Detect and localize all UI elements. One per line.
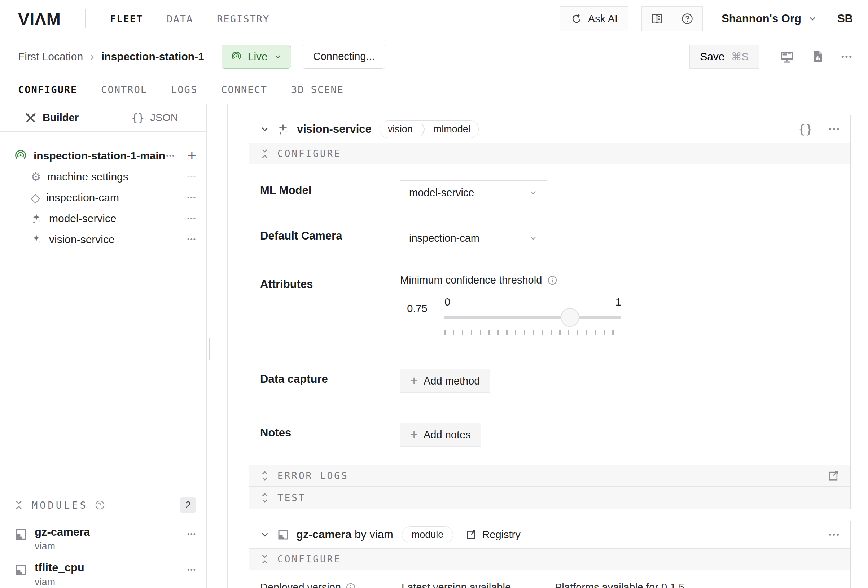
tree-item-menu-icon[interactable]: ••• [166, 152, 175, 160]
ask-ai-button[interactable]: Ask AI [559, 6, 629, 31]
modules-help-icon[interactable] [94, 499, 105, 510]
sidebar-resize-gutter [207, 104, 227, 588]
module-menu-icon[interactable]: ••• [187, 530, 196, 538]
registry-link[interactable]: Registry [465, 529, 520, 541]
notes-row: Notes + Add notes [249, 409, 850, 465]
collapse-card-icon[interactable] [259, 124, 270, 134]
book-icon [651, 12, 663, 25]
tree-item-label: model-service [49, 213, 117, 225]
machine-tab-bar: CONFIGURE CONTROL LOGS CONNECT 3D SCENE [0, 75, 868, 104]
slider-max-label: 1 [616, 297, 621, 307]
module-list-item[interactable]: tflite_cpu viam ••• [14, 561, 196, 588]
chevron-down-icon [808, 14, 817, 24]
gz-camera-module-card: gz-camera by viam module Registry ••• [249, 520, 851, 588]
configure-section-label: CONFIGURE [278, 554, 341, 564]
org-switcher[interactable]: Shannon's Org [722, 12, 817, 25]
json-mode-toggle[interactable]: {} JSON [103, 104, 207, 131]
slider-track[interactable] [444, 316, 621, 319]
card-menu-icon[interactable]: ••• [829, 124, 840, 134]
collapse-card-icon[interactable] [259, 529, 270, 540]
tree-item-machine-settings[interactable]: ⚙ machine settings ••• [14, 166, 196, 187]
tab-logs[interactable]: LOGS [171, 84, 197, 95]
save-label: Save [700, 50, 725, 63]
chevron-down-icon [528, 188, 538, 197]
connection-label: Connecting... [313, 50, 375, 62]
live-label: Live [248, 50, 268, 63]
add-notes-label: Add notes [424, 429, 471, 441]
collapse-vertical-icon [260, 148, 270, 159]
deployed-version-label: Deployed version [260, 582, 341, 588]
logs-file-icon[interactable] [811, 50, 825, 64]
test-bar[interactable]: TEST [249, 486, 850, 509]
docs-button[interactable] [642, 7, 672, 31]
card-menu-icon[interactable]: ••• [829, 530, 840, 539]
default-camera-select[interactable]: inspection-cam [400, 226, 547, 250]
machine-menu-icon[interactable]: ••• [841, 52, 853, 61]
nav-data[interactable]: DATA [167, 13, 193, 25]
ml-model-select[interactable]: model-service [400, 180, 547, 205]
tree-item-vision-service[interactable]: vision-service ••• [14, 229, 196, 250]
tree-item-menu-icon[interactable]: ••• [187, 215, 196, 223]
component-tree: inspection-station-1-main ••• + ⚙ machin… [0, 131, 207, 250]
gear-icon: ⚙ [31, 170, 41, 184]
open-external-icon[interactable] [827, 470, 840, 482]
slider-handle[interactable] [561, 308, 579, 327]
tree-item-menu-icon[interactable]: ••• [187, 194, 196, 202]
breadcrumb-machine: inspection-station-1 [101, 50, 204, 63]
breadcrumb-separator-icon: › [90, 50, 94, 63]
default-camera-label: Default Camera [260, 226, 400, 250]
tree-item-inspection-cam[interactable]: ◇ inspection-cam ••• [14, 187, 196, 208]
help-button[interactable] [672, 7, 703, 31]
control-panel-icon[interactable] [779, 49, 794, 64]
builder-mode-toggle[interactable]: Builder [0, 104, 103, 131]
add-method-label: Add method [424, 375, 480, 387]
help-icon-group [641, 6, 703, 31]
test-label: TEST [278, 492, 306, 503]
error-logs-bar[interactable]: ERROR LOGS [249, 465, 850, 486]
avatar[interactable]: SB [837, 12, 853, 25]
module-list-item[interactable]: gz-camera viam ••• [14, 526, 196, 552]
module-menu-icon[interactable]: ••• [187, 566, 196, 574]
info-icon[interactable] [547, 275, 558, 286]
machine-bar: First Location › inspection-station-1 Li… [0, 38, 868, 75]
breadcrumb-location[interactable]: First Location [18, 50, 83, 63]
app-header: VIΛM FLEET DATA REGISTRY Ask AI [0, 0, 868, 38]
configure-section-bar[interactable]: CONFIGURE [249, 548, 850, 570]
resize-handle[interactable] [209, 338, 213, 360]
nav-fleet[interactable]: FLEET [110, 13, 143, 25]
tab-configure[interactable]: CONFIGURE [18, 84, 77, 95]
service-sparkle-icon [31, 213, 43, 225]
connection-status-button[interactable]: Connecting... [303, 45, 385, 68]
viam-logo: VIΛM [18, 9, 61, 29]
card-json-icon[interactable]: {} [798, 122, 813, 136]
info-icon[interactable] [345, 582, 356, 588]
tab-connect[interactable]: CONNECT [221, 84, 267, 95]
collapse-section-icon[interactable] [14, 499, 24, 511]
threshold-input[interactable] [400, 297, 434, 320]
save-button[interactable]: Save ⌘S [689, 45, 759, 68]
camera-component-icon: ◇ [31, 191, 40, 205]
add-component-icon[interactable]: + [187, 148, 196, 163]
nav-registry[interactable]: REGISTRY [217, 13, 270, 25]
add-method-button[interactable]: + Add method [400, 369, 490, 393]
tree-item-menu-icon[interactable]: ••• [187, 173, 196, 181]
configure-section-bar[interactable]: CONFIGURE [249, 143, 850, 164]
tree-item-model-service[interactable]: model-service ••• [14, 208, 196, 229]
tree-item-main-part[interactable]: inspection-station-1-main ••• + [14, 145, 196, 166]
plus-icon: + [410, 428, 418, 441]
add-notes-button[interactable]: + Add notes [400, 423, 481, 446]
modules-section: MODULES 2 [0, 486, 207, 588]
ml-model-row: ML Model model-service [249, 164, 850, 205]
module-tag: module [402, 526, 453, 543]
save-shortcut: ⌘S [731, 50, 748, 63]
module-card-by: by viam [354, 528, 393, 541]
json-braces-icon: {} [131, 111, 144, 124]
tree-item-menu-icon[interactable]: ••• [187, 236, 196, 244]
module-org: viam [35, 576, 84, 588]
top-nav: FLEET DATA REGISTRY [110, 13, 270, 25]
platforms-label: Platforms available for 0.1.5 [555, 582, 733, 588]
tab-control[interactable]: CONTROL [101, 84, 147, 95]
data-capture-row: Data capture + Add method [249, 354, 850, 409]
live-status-button[interactable]: Live [221, 45, 291, 68]
tab-3d-scene[interactable]: 3D SCENE [291, 84, 344, 95]
